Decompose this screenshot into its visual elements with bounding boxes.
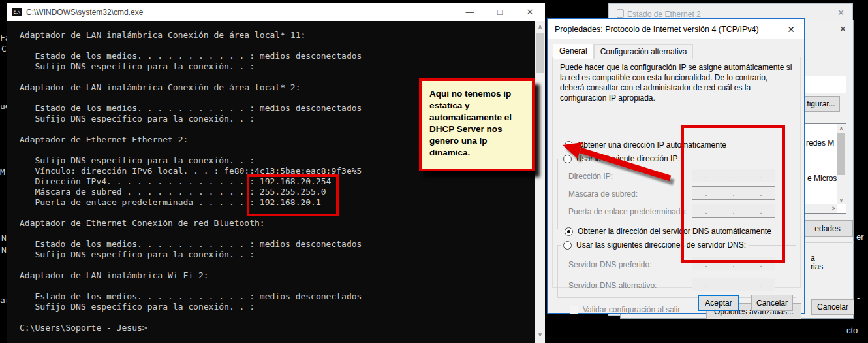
static-ip-groupbox: Dirección IP: ... Máscara de subred: ...…: [557, 159, 796, 229]
bg-text-fragment: C: [1, 44, 7, 54]
octet-separator: .: [760, 207, 762, 215]
close-icon[interactable]: ✕: [837, 8, 845, 18]
radio-icon[interactable]: [565, 141, 573, 150]
ip-address-label: Dirección IP:: [568, 172, 613, 181]
list-vertical-scrollbar[interactable]: ∧ ∨: [837, 124, 846, 204]
close-icon[interactable]: ✕: [515, 3, 545, 21]
octet-separator: .: [760, 172, 762, 180]
scrollbar-thumb[interactable]: [536, 33, 544, 73]
radio-icon[interactable]: [565, 227, 573, 236]
cmd-window-title: C:\WINDOWS\system32\cmd.exe: [26, 8, 143, 17]
scroll-down-icon[interactable]: ∨: [535, 330, 545, 339]
tab-alternative-configuration[interactable]: Configuración alternativa: [594, 44, 694, 59]
preferred-dns-label: Servidor DNS preferido:: [568, 260, 651, 269]
maximize-icon[interactable]: □: [485, 3, 515, 21]
annotation-note-text: Aqui no tenemos ip estatica y automatica…: [429, 88, 527, 159]
octet-separator: .: [705, 281, 707, 289]
radio-icon[interactable]: [563, 155, 572, 163]
ip-address-field[interactable]: ...: [692, 169, 775, 182]
list-item[interactable]: e Micros: [807, 174, 837, 183]
radio-obtain-dns-auto[interactable]: Obtener la dirección del servidor DNS au…: [562, 227, 774, 236]
radio-use-ip[interactable]: Usar la siguiente dirección IP:: [561, 154, 683, 163]
scrollbar-thumb[interactable]: [837, 133, 845, 175]
bg-text-fragment: N: [1, 233, 7, 243]
radio-icon[interactable]: [563, 241, 572, 250]
bg-text-fragment: N: [1, 245, 7, 255]
checkbox-icon[interactable]: [570, 306, 578, 314]
octet-separator: .: [732, 260, 734, 268]
cancel-button[interactable]: Cancelar: [751, 295, 793, 311]
scroll-right-icon[interactable]: >: [832, 204, 835, 213]
octet-separator: .: [760, 189, 762, 197]
cmd-icon: C:\: [12, 8, 22, 16]
radio-label: Obtener una dirección IP automáticamente: [578, 140, 726, 150]
scroll-down-icon[interactable]: ∨: [837, 196, 846, 204]
octet-separator: .: [760, 260, 762, 268]
list-item[interactable]: redes M: [806, 139, 834, 148]
cancel-button[interactable]: Cancelar: [811, 299, 854, 315]
radio-label: Usar las siguientes direcciones de servi…: [576, 240, 746, 250]
radio-use-dns[interactable]: Usar las siguientes direcciones de servi…: [561, 240, 749, 250]
preferred-dns-field[interactable]: ...: [692, 257, 775, 270]
list-horizontal-scrollbar[interactable]: >: [801, 204, 837, 213]
minimize-icon[interactable]: —: [455, 3, 485, 21]
radio-label: Usar la siguiente dirección IP:: [576, 154, 680, 163]
alternate-dns-label: Servidor DNS alternativo:: [568, 281, 657, 290]
octet-separator: .: [760, 281, 762, 289]
adapter-field-fragment[interactable]: [800, 76, 846, 93]
tab-strip: General Configuración alternativa: [553, 43, 693, 59]
ethernet-status-title: Estado de Ethernet 2: [627, 10, 701, 19]
cmd-titlebar[interactable]: C:\ C:\WINDOWS\system32\cmd.exe — □ ✕: [7, 3, 545, 21]
octet-separator: .: [732, 189, 734, 197]
cmd-window: C:\ C:\WINDOWS\system32\cmd.exe — □ ✕ Ad…: [7, 3, 545, 343]
octet-separator: .: [705, 172, 707, 180]
console-area: Adaptador de LAN inalámbrica Conexión de…: [7, 21, 535, 343]
ethernet-status-icon: [617, 9, 624, 18]
configure-button-fragment[interactable]: figurar...: [802, 96, 840, 112]
subnet-mask-field[interactable]: ...: [692, 186, 775, 200]
dialog-titlebar[interactable]: Propiedades: Protocolo de Internet versi…: [548, 19, 804, 39]
default-gateway-label: Puerta de enlace predeterminada:: [568, 207, 687, 216]
bg-text-fragment: M: [0, 167, 5, 177]
subnet-mask-label: Máscara de subred:: [568, 189, 638, 199]
octet-separator: .: [732, 207, 734, 215]
cmd-vertical-scrollbar[interactable]: ∧ ∨: [535, 21, 545, 343]
description-fragment: rias: [811, 262, 823, 271]
radio-obtain-ip-auto[interactable]: Obtener una dirección IP automáticamente: [562, 140, 729, 150]
bg-text-fragment: cto: [846, 325, 858, 335]
checkbox-label: Validar configuración al salir: [583, 305, 680, 314]
octet-separator: .: [705, 207, 707, 215]
tcpip-properties-dialog: Propiedades: Protocolo de Internet versi…: [547, 18, 805, 314]
octet-separator: .: [732, 172, 734, 180]
radio-label: Obtener la dirección del servidor DNS au…: [578, 227, 771, 236]
octet-separator: .: [705, 189, 707, 197]
octet-separator: .: [705, 260, 707, 268]
validate-on-exit-checkbox[interactable]: Validar configuración al salir: [570, 305, 680, 314]
bg-text-fragment: er: [856, 232, 864, 242]
tab-general[interactable]: General: [553, 44, 594, 59]
default-gateway-field[interactable]: ...: [692, 204, 775, 218]
annotation-note: Aqui no tenemos ip estatica y automatica…: [419, 78, 535, 171]
scroll-up-icon[interactable]: ∧: [837, 124, 846, 133]
console-output: Adaptador de LAN inalámbrica Conexión de…: [20, 30, 362, 333]
alternate-dns-field[interactable]: ...: [692, 278, 775, 291]
static-dns-groupbox: Servidor DNS preferido: ... Servidor DNS…: [557, 245, 796, 298]
close-icon[interactable]: ✕: [778, 24, 804, 35]
dialog-title: Propiedades: Protocolo de Internet versi…: [555, 25, 759, 34]
tab-page-general: Puede hacer que la configuración IP se a…: [552, 57, 801, 288]
description-groupbox-fragment: a rias: [802, 242, 854, 284]
close-icon[interactable]: ✕: [839, 24, 846, 34]
components-list-fragment[interactable]: redes M e Micros ∧ ∨ >: [800, 123, 846, 214]
accept-button[interactable]: Aceptar: [698, 295, 739, 311]
octet-separator: .: [732, 281, 734, 289]
scroll-up-icon[interactable]: ∧: [535, 22, 545, 31]
properties-button-fragment[interactable]: edades: [802, 220, 853, 237]
description-fragment: a: [811, 253, 815, 263]
bg-text-fragment: -: [857, 293, 860, 302]
dialog-description: Puede hacer que la configuración IP se a…: [560, 63, 794, 103]
